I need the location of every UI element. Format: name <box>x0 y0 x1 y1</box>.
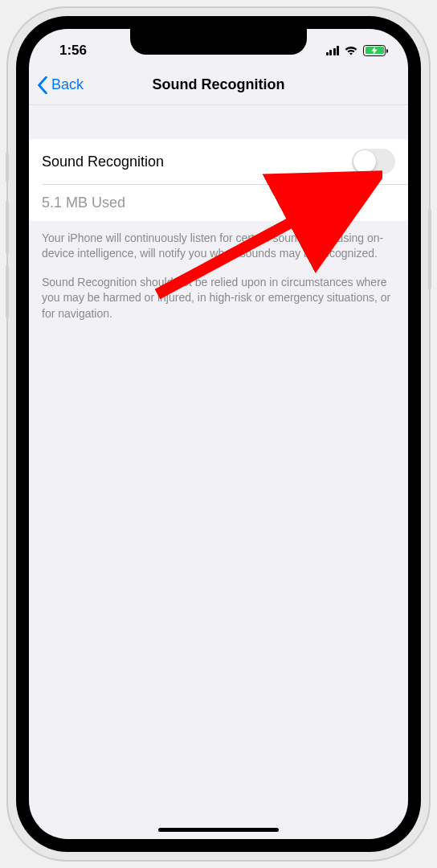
toggle-label: Sound Recognition <box>42 154 164 170</box>
back-button[interactable]: Back <box>37 76 84 94</box>
volume-up-button <box>6 201 9 254</box>
sound-recognition-row[interactable]: Sound Recognition <box>29 139 408 184</box>
power-button <box>428 209 431 289</box>
phone-bezel: 1:56 <box>16 16 421 852</box>
settings-group: Sound Recognition 5.1 MB Used <box>29 139 408 221</box>
chevron-left-icon <box>37 76 48 94</box>
content-area: Sound Recognition 5.1 MB Used Your iPhon… <box>29 105 408 344</box>
notch <box>130 29 307 55</box>
battery-icon <box>363 45 386 56</box>
cellular-signal-icon <box>326 46 340 55</box>
footer-text: Your iPhone will continuously listen for… <box>29 221 408 345</box>
page-title: Sound Recognition <box>29 76 408 93</box>
navigation-bar: Back Sound Recognition <box>29 65 408 105</box>
status-time: 1:56 <box>59 43 87 59</box>
wifi-icon <box>344 45 358 56</box>
back-label: Back <box>51 76 84 93</box>
sound-recognition-toggle[interactable] <box>352 149 395 174</box>
footer-paragraph-1: Your iPhone will continuously listen for… <box>42 231 395 262</box>
phone-frame: 1:56 <box>8 8 429 860</box>
screen: 1:56 <box>29 29 408 839</box>
footer-paragraph-2: Sound Recognition should not be relied u… <box>42 275 395 322</box>
mute-switch <box>6 153 9 182</box>
home-indicator[interactable] <box>158 828 279 832</box>
toggle-knob <box>353 150 376 173</box>
storage-used-row: 5.1 MB Used <box>29 185 408 221</box>
volume-down-button <box>6 265 9 318</box>
status-icons <box>326 45 386 56</box>
